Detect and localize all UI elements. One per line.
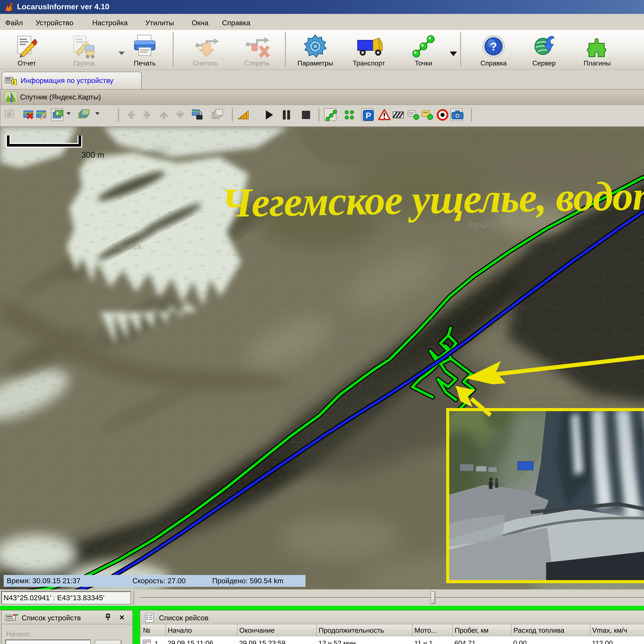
svg-text:i: i [13,79,15,85]
svg-text:?: ? [490,40,497,53]
svg-text:300 m: 300 m [81,150,104,159]
svg-text:P: P [366,111,371,120]
svg-text:Чегемское ущелье, водопад: Чегемское ущелье, водопад [221,172,644,226]
svg-text:Yandex: Yandex [112,241,141,251]
svg-text:1: 1 [144,642,146,644]
